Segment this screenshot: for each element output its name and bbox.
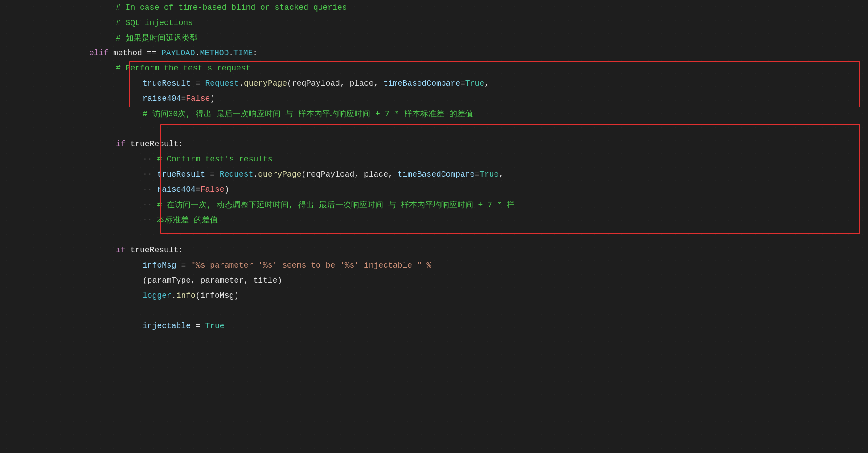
code-line: ·· 本标准差 的差值 [36, 212, 868, 227]
code-line: # SQL injections [36, 15, 868, 30]
line-numbers [0, 0, 36, 453]
code-content: # In case of time-based blind or stacked… [36, 0, 868, 453]
code-line: injectable = True [36, 318, 868, 334]
code-line: logger.info(infoMsg) [36, 288, 868, 303]
code-line: if trueResult: [36, 136, 868, 152]
code-line: ·· # 在访问一次, 动态调整下延时时间, 得出 最后一次响应时间 与 样本内… [36, 197, 868, 212]
code-line: ·· raise404=False) [36, 182, 868, 197]
code-line: # Perform the test's request [36, 61, 868, 76]
code-line: if trueResult: [36, 243, 868, 258]
code-line: elif method == PAYLOAD.METHOD.TIME: [36, 45, 868, 61]
code-line: # 如果是时间延迟类型 [36, 30, 868, 45]
code-line [36, 227, 868, 243]
code-line: (paramType, parameter, title) [36, 273, 868, 288]
code-line: ·· # Confirm test's results [36, 152, 868, 167]
code-line: ·· trueResult = Request.queryPage(reqPay… [36, 167, 868, 182]
code-line: # 访问30次, 得出 最后一次响应时间 与 样本内平均响应时间 + 7 * 样… [36, 106, 868, 121]
code-line: # In case of time-based blind or stacked… [36, 0, 868, 15]
code-line: raise404=False) [36, 91, 868, 106]
code-line [36, 121, 868, 136]
code-editor: # In case of time-based blind or stacked… [0, 0, 868, 453]
code-line [36, 303, 868, 318]
code-line: infoMsg = "%s parameter '%s' seems to be… [36, 258, 868, 273]
code-line: trueResult = Request.queryPage(reqPayloa… [36, 76, 868, 91]
